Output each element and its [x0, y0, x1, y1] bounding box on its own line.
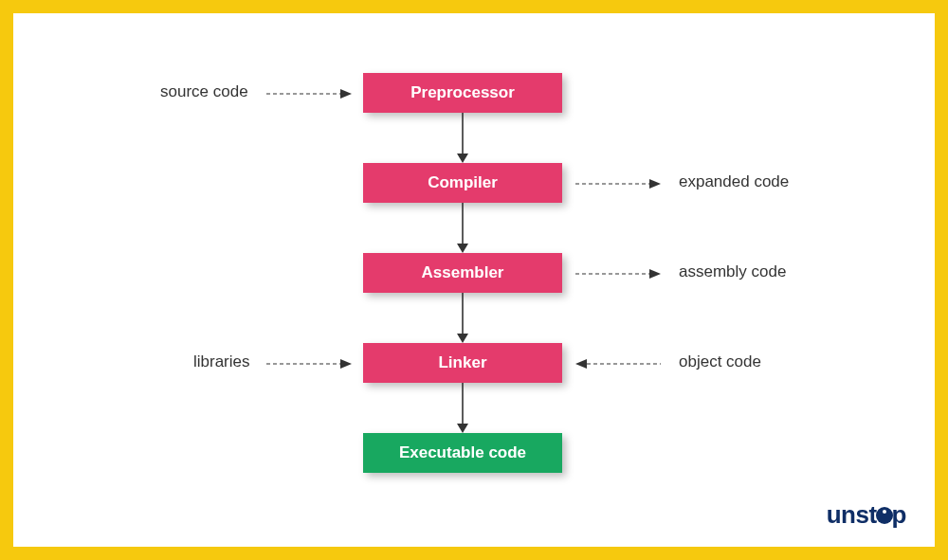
svg-marker-9 — [340, 89, 352, 99]
stage-executable: Executable code — [363, 433, 562, 473]
logo-text-suffix: p — [892, 500, 906, 529]
arrow-down-icon — [453, 203, 472, 253]
diagram-frame: Preprocessor Compiler Assembler Linker E… — [0, 0, 948, 560]
arrow-down-icon — [453, 113, 472, 163]
logo-text-prefix: unst — [827, 500, 877, 529]
svg-marker-15 — [340, 359, 352, 369]
dashed-arrow-right-icon — [266, 87, 352, 100]
arrow-down-icon — [453, 293, 472, 343]
svg-marker-11 — [649, 179, 661, 189]
dashed-arrow-right-icon — [575, 267, 661, 280]
unstop-logo: unstp — [827, 500, 906, 530]
svg-marker-5 — [457, 334, 468, 343]
svg-marker-1 — [457, 154, 468, 163]
stage-compiler: Compiler — [363, 163, 562, 203]
svg-marker-7 — [457, 424, 468, 433]
stage-preprocessor: Preprocessor — [363, 73, 562, 113]
annotation-libraries: libraries — [193, 352, 250, 371]
dashed-arrow-right-icon — [266, 357, 352, 370]
annotation-source-code: source code — [160, 82, 248, 101]
dashed-arrow-right-icon — [575, 177, 661, 190]
annotation-object-code: object code — [679, 352, 761, 371]
stage-assembler: Assembler — [363, 253, 562, 293]
svg-marker-13 — [649, 269, 661, 279]
dashed-arrow-left-icon — [575, 357, 661, 370]
stage-linker: Linker — [363, 343, 562, 383]
arrow-down-icon — [453, 383, 472, 433]
svg-marker-3 — [457, 244, 468, 253]
annotation-expanded-code: expanded code — [679, 172, 789, 191]
svg-marker-17 — [575, 359, 587, 369]
annotation-assembly-code: assembly code — [679, 262, 786, 281]
logo-o-icon — [876, 507, 893, 524]
